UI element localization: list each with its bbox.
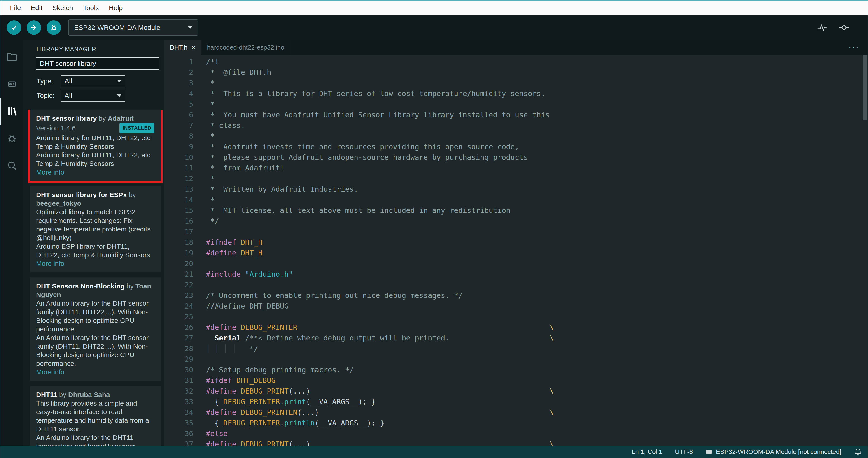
library-list-item[interactable]: DHT Sensors Non-Blocking by Toan NguyenA… bbox=[30, 277, 161, 381]
notifications-bell-icon[interactable] bbox=[854, 448, 862, 456]
menu-edit[interactable]: Edit bbox=[26, 1, 48, 15]
more-info-link[interactable]: More info bbox=[36, 259, 154, 268]
menu-sketch[interactable]: Sketch bbox=[48, 1, 78, 15]
board-icon bbox=[706, 449, 713, 455]
debug-button[interactable] bbox=[46, 20, 61, 35]
upload-button[interactable] bbox=[27, 20, 41, 35]
code-line[interactable]: 1/*! bbox=[164, 57, 868, 67]
library-list-item[interactable]: DHT sensor library by AdafruitVersion 1.… bbox=[30, 110, 161, 181]
library-manager-panel: LIBRARY MANAGER Type:AllTopic:All DHT se… bbox=[23, 40, 164, 446]
filter-select[interactable]: All bbox=[61, 90, 125, 102]
sidebar-item-library-manager[interactable] bbox=[0, 98, 23, 125]
code-line[interactable]: 30/* Setup debug printing macros. */ bbox=[164, 365, 868, 375]
code-line[interactable]: 37#define DEBUG_PRINT(...) \ bbox=[164, 439, 868, 446]
line-number: 24 bbox=[164, 301, 193, 312]
code-line[interactable]: 31#ifdef DHT_DEBUG bbox=[164, 375, 868, 386]
code-line[interactable]: 34#define DEBUG_PRINTLN(...) \ bbox=[164, 407, 868, 418]
code-line[interactable]: 16 */ bbox=[164, 216, 868, 227]
sidebar-item-debug[interactable] bbox=[0, 125, 23, 152]
code-line[interactable]: 5 * bbox=[164, 99, 868, 110]
tab-hardcoded-dht22-esp32-ino[interactable]: hardcoded-dht22-esp32.ino bbox=[202, 40, 290, 55]
line-number: 21 bbox=[164, 269, 193, 280]
board-status[interactable]: ESP32-WROOM-DA Module [not connected] bbox=[706, 448, 841, 456]
board-selector[interactable]: ESP32-WROOM-DA Module bbox=[68, 20, 198, 36]
filter-select[interactable]: All bbox=[61, 75, 125, 87]
code-line[interactable]: 14 * bbox=[164, 195, 868, 205]
more-info-link[interactable]: More info bbox=[36, 168, 154, 176]
code-line[interactable]: 36#else bbox=[164, 428, 868, 439]
menu-tools[interactable]: Tools bbox=[78, 1, 104, 15]
code-line[interactable]: 33 { DEBUG_PRINTER.print(__VA_ARGS__); } bbox=[164, 397, 868, 407]
code-line[interactable]: 24//#define DHT_DEBUG bbox=[164, 301, 868, 312]
sidebar-item-sketchbook[interactable] bbox=[0, 44, 23, 70]
code-line[interactable]: 4 * This is a library for DHT series of … bbox=[164, 88, 868, 99]
close-icon[interactable]: × bbox=[191, 44, 196, 51]
sidebar-item-search[interactable] bbox=[0, 152, 23, 179]
code-line[interactable]: 20 bbox=[164, 258, 868, 269]
line-number: 6 bbox=[164, 110, 193, 120]
library-name: DHT Sensors Non-Blocking bbox=[36, 282, 125, 290]
tab-dht-h[interactable]: DHT.h× bbox=[164, 40, 202, 55]
verify-button[interactable] bbox=[7, 20, 21, 35]
code-line[interactable]: 29 bbox=[164, 354, 868, 365]
serial-plotter-icon[interactable] bbox=[817, 22, 828, 33]
code-line[interactable]: 22 bbox=[164, 280, 868, 290]
code-editor[interactable]: 1/*!2 * @file DHT.h3 *4 * This is a libr… bbox=[164, 55, 868, 446]
code-line[interactable]: 32#define DEBUG_PRINT(...) \ bbox=[164, 386, 868, 397]
code-line[interactable]: 9 * Adafruit invests time and resources … bbox=[164, 142, 868, 152]
line-number: 28 bbox=[164, 343, 193, 354]
scrollbar-thumb[interactable] bbox=[863, 55, 867, 120]
line-number: 36 bbox=[164, 428, 193, 439]
code-line[interactable]: 6 * You must have Adafruit Unified Senso… bbox=[164, 110, 868, 120]
encoding-indicator[interactable]: UTF-8 bbox=[675, 448, 693, 456]
code-text: /* Setup debug printing macros. */ bbox=[206, 366, 354, 374]
code-text: #ifdef DHT_DEBUG bbox=[206, 376, 276, 385]
more-actions-button[interactable]: ··· bbox=[840, 40, 868, 55]
code-line[interactable]: 27 Serial /**< Define where debug output… bbox=[164, 333, 868, 343]
code-line[interactable]: 8 * bbox=[164, 131, 868, 142]
library-search-input[interactable] bbox=[36, 57, 159, 70]
chevron-down-icon bbox=[117, 94, 122, 97]
code-line[interactable]: 26#define DEBUG_PRINTER \ bbox=[164, 322, 868, 333]
editor-scrollbar[interactable] bbox=[862, 55, 868, 446]
code-line[interactable]: 15 * MIT license, all text above must be… bbox=[164, 205, 868, 216]
code-line[interactable]: 17 bbox=[164, 227, 868, 237]
library-description: Arduino library for DHT11, DHT22, etc Te… bbox=[36, 134, 154, 151]
by-label: by bbox=[125, 282, 135, 290]
code-line[interactable]: 13 * Written by Adafruit Industries. bbox=[164, 184, 868, 195]
filter-selected-value: All bbox=[65, 77, 72, 85]
tab-label: DHT.h bbox=[170, 44, 187, 51]
code-line[interactable]: 18#ifndef DHT_H bbox=[164, 237, 868, 248]
line-number: 16 bbox=[164, 216, 193, 227]
sidebar-item-boards-manager[interactable] bbox=[0, 70, 23, 98]
filter-type: Type:All bbox=[37, 75, 159, 87]
code-line[interactable]: 23/* Uncomment to enable printing out ni… bbox=[164, 290, 868, 301]
line-number: 32 bbox=[164, 386, 193, 397]
code-line[interactable]: 12 * bbox=[164, 173, 868, 184]
filter-topic: Topic:All bbox=[37, 90, 159, 102]
code-text: //#define DHT_DEBUG bbox=[206, 302, 288, 310]
cursor-position[interactable]: Ln 1, Col 1 bbox=[632, 448, 662, 456]
serial-monitor-icon[interactable] bbox=[839, 22, 849, 33]
code-line[interactable]: 19#define DHT_H bbox=[164, 248, 868, 258]
line-number: 20 bbox=[164, 258, 193, 269]
library-description: Arduino ESP library for DHT11, DHT22, et… bbox=[36, 242, 154, 259]
library-list-item[interactable]: DHT sensor library for ESPx by beegee_to… bbox=[30, 186, 161, 273]
library-list-item[interactable]: DHT11 by Dhruba SahaThis library provide… bbox=[30, 386, 161, 446]
code-text: */ bbox=[206, 217, 219, 225]
menu-file[interactable]: File bbox=[5, 1, 26, 15]
code-line[interactable]: 25 bbox=[164, 312, 868, 322]
code-line[interactable]: 21#include "Arduino.h" bbox=[164, 269, 868, 280]
code-line[interactable]: 2 * @file DHT.h bbox=[164, 67, 868, 78]
code-line[interactable]: 3 * bbox=[164, 78, 868, 88]
filter-label: Type: bbox=[37, 77, 61, 85]
code-line[interactable]: 11 * from Adafruit! bbox=[164, 163, 868, 173]
more-info-link[interactable]: More info bbox=[36, 368, 154, 376]
menu-help[interactable]: Help bbox=[104, 1, 128, 15]
code-line[interactable]: 10 * please support Adafruit andopen-sou… bbox=[164, 152, 868, 163]
tabs-container: DHT.h×hardcoded-dht22-esp32.ino bbox=[164, 40, 290, 55]
code-line[interactable]: 7 * class. bbox=[164, 120, 868, 131]
code-line[interactable]: 35 { DEBUG_PRINTER.println(__VA_ARGS__);… bbox=[164, 418, 868, 428]
code-line[interactable]: 28│ │ │ │ */ bbox=[164, 343, 868, 354]
line-number: 26 bbox=[164, 322, 193, 333]
